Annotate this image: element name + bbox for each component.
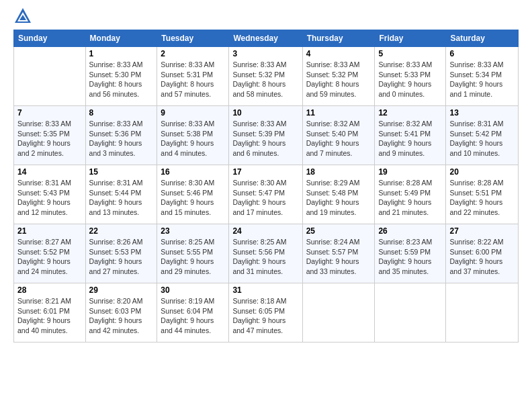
calendar-cell: [375, 283, 446, 342]
day-info: Sunrise: 8:18 AMSunset: 6:05 PMDaylight:…: [232, 296, 298, 336]
day-number: 13: [449, 108, 515, 118]
day-info: Sunrise: 8:33 AMSunset: 5:31 PMDaylight:…: [161, 60, 225, 99]
calendar-cell: 9Sunrise: 8:33 AMSunset: 5:38 PMDaylight…: [157, 106, 229, 165]
header: [13, 7, 519, 26]
day-info: Sunrise: 8:32 AMSunset: 5:40 PMDaylight:…: [306, 119, 371, 158]
day-number: 16: [161, 167, 225, 177]
day-info: Sunrise: 8:29 AMSunset: 5:48 PMDaylight:…: [306, 178, 371, 218]
day-number: 6: [449, 49, 515, 58]
calendar-cell: 2Sunrise: 8:33 AMSunset: 5:31 PMDaylight…: [157, 47, 229, 106]
day-info: Sunrise: 8:30 AMSunset: 5:47 PMDaylight:…: [232, 178, 298, 218]
calendar-cell: 13Sunrise: 8:31 AMSunset: 5:42 PMDayligh…: [446, 106, 519, 165]
day-info: Sunrise: 8:28 AMSunset: 5:49 PMDaylight:…: [378, 178, 442, 218]
day-info: Sunrise: 8:25 AMSunset: 5:55 PMDaylight:…: [161, 237, 225, 277]
calendar-cell: 3Sunrise: 8:33 AMSunset: 5:32 PMDaylight…: [229, 47, 302, 106]
day-info: Sunrise: 8:31 AMSunset: 5:42 PMDaylight:…: [449, 119, 515, 158]
weekday-header-sunday: Sunday: [14, 30, 86, 47]
page: SundayMondayTuesdayWednesdayThursdayFrid…: [0, 0, 532, 411]
calendar-cell: 7Sunrise: 8:33 AMSunset: 5:35 PMDaylight…: [14, 106, 86, 165]
weekday-header-wednesday: Wednesday: [229, 30, 302, 47]
calendar-cell: 20Sunrise: 8:28 AMSunset: 5:51 PMDayligh…: [446, 165, 519, 224]
day-number: 28: [17, 285, 82, 295]
calendar-cell: 16Sunrise: 8:30 AMSunset: 5:46 PMDayligh…: [157, 165, 229, 224]
day-info: Sunrise: 8:33 AMSunset: 5:32 PMDaylight:…: [232, 60, 298, 99]
day-number: 20: [449, 167, 515, 177]
calendar-cell: 28Sunrise: 8:21 AMSunset: 6:01 PMDayligh…: [14, 283, 86, 342]
day-info: Sunrise: 8:30 AMSunset: 5:46 PMDaylight:…: [161, 178, 225, 218]
calendar-cell: 19Sunrise: 8:28 AMSunset: 5:49 PMDayligh…: [375, 165, 446, 224]
calendar-cell: 10Sunrise: 8:33 AMSunset: 5:39 PMDayligh…: [229, 106, 302, 165]
day-number: 29: [89, 285, 154, 295]
day-number: 8: [89, 108, 154, 118]
calendar-cell: 11Sunrise: 8:32 AMSunset: 5:40 PMDayligh…: [302, 106, 375, 165]
calendar-cell: 15Sunrise: 8:31 AMSunset: 5:44 PMDayligh…: [85, 165, 157, 224]
calendar-cell: 1Sunrise: 8:33 AMSunset: 5:30 PMDaylight…: [85, 47, 157, 106]
day-number: 24: [232, 226, 298, 236]
calendar-cell: [302, 283, 375, 342]
calendar-cell: 27Sunrise: 8:22 AMSunset: 6:00 PMDayligh…: [446, 224, 519, 283]
day-info: Sunrise: 8:28 AMSunset: 5:51 PMDaylight:…: [449, 178, 515, 218]
logo-icon: [13, 7, 32, 26]
day-info: Sunrise: 8:26 AMSunset: 5:53 PMDaylight:…: [89, 237, 154, 277]
day-info: Sunrise: 8:33 AMSunset: 5:38 PMDaylight:…: [161, 119, 225, 158]
day-info: Sunrise: 8:31 AMSunset: 5:43 PMDaylight:…: [17, 178, 82, 218]
weekday-header-row: SundayMondayTuesdayWednesdayThursdayFrid…: [14, 30, 519, 47]
day-number: 10: [232, 108, 298, 118]
week-row-2: 14Sunrise: 8:31 AMSunset: 5:43 PMDayligh…: [14, 165, 519, 224]
logo: [13, 7, 35, 26]
day-number: 15: [89, 167, 154, 177]
day-info: Sunrise: 8:25 AMSunset: 5:56 PMDaylight:…: [232, 237, 298, 277]
day-info: Sunrise: 8:20 AMSunset: 6:03 PMDaylight:…: [89, 296, 154, 336]
day-info: Sunrise: 8:33 AMSunset: 5:32 PMDaylight:…: [306, 60, 371, 99]
day-number: 11: [306, 108, 371, 118]
day-number: 7: [17, 108, 82, 118]
calendar-cell: 17Sunrise: 8:30 AMSunset: 5:47 PMDayligh…: [229, 165, 302, 224]
calendar-cell: 22Sunrise: 8:26 AMSunset: 5:53 PMDayligh…: [85, 224, 157, 283]
day-info: Sunrise: 8:21 AMSunset: 6:01 PMDaylight:…: [17, 296, 82, 336]
day-info: Sunrise: 8:19 AMSunset: 6:04 PMDaylight:…: [161, 296, 225, 336]
week-row-0: 1Sunrise: 8:33 AMSunset: 5:30 PMDaylight…: [14, 47, 519, 106]
calendar-cell: 6Sunrise: 8:33 AMSunset: 5:34 PMDaylight…: [446, 47, 519, 106]
day-info: Sunrise: 8:22 AMSunset: 6:00 PMDaylight:…: [449, 237, 515, 277]
day-info: Sunrise: 8:33 AMSunset: 5:36 PMDaylight:…: [89, 119, 154, 158]
calendar-cell: 31Sunrise: 8:18 AMSunset: 6:05 PMDayligh…: [229, 283, 302, 342]
day-number: 22: [89, 226, 154, 236]
week-row-3: 21Sunrise: 8:27 AMSunset: 5:52 PMDayligh…: [14, 224, 519, 283]
calendar-cell: 29Sunrise: 8:20 AMSunset: 6:03 PMDayligh…: [85, 283, 157, 342]
day-number: 21: [17, 226, 82, 236]
day-number: 17: [232, 167, 298, 177]
calendar-cell: 18Sunrise: 8:29 AMSunset: 5:48 PMDayligh…: [302, 165, 375, 224]
day-info: Sunrise: 8:33 AMSunset: 5:39 PMDaylight:…: [232, 119, 298, 158]
day-info: Sunrise: 8:24 AMSunset: 5:57 PMDaylight:…: [306, 237, 371, 277]
day-number: 19: [378, 167, 442, 177]
day-number: 31: [232, 285, 298, 295]
calendar-cell: 23Sunrise: 8:25 AMSunset: 5:55 PMDayligh…: [157, 224, 229, 283]
day-number: 3: [232, 49, 298, 58]
day-number: 2: [161, 49, 225, 58]
calendar-cell: 4Sunrise: 8:33 AMSunset: 5:32 PMDaylight…: [302, 47, 375, 106]
weekday-header-thursday: Thursday: [302, 30, 375, 47]
day-info: Sunrise: 8:27 AMSunset: 5:52 PMDaylight:…: [17, 237, 82, 277]
week-row-1: 7Sunrise: 8:33 AMSunset: 5:35 PMDaylight…: [14, 106, 519, 165]
day-info: Sunrise: 8:32 AMSunset: 5:41 PMDaylight:…: [378, 119, 442, 158]
day-number: 27: [449, 226, 515, 236]
day-number: 12: [378, 108, 442, 118]
calendar-cell: 12Sunrise: 8:32 AMSunset: 5:41 PMDayligh…: [375, 106, 446, 165]
day-number: 14: [17, 167, 82, 177]
day-info: Sunrise: 8:23 AMSunset: 5:59 PMDaylight:…: [378, 237, 442, 277]
day-info: Sunrise: 8:33 AMSunset: 5:30 PMDaylight:…: [89, 60, 154, 99]
weekday-header-monday: Monday: [85, 30, 157, 47]
day-number: 18: [306, 167, 371, 177]
calendar-cell: 8Sunrise: 8:33 AMSunset: 5:36 PMDaylight…: [85, 106, 157, 165]
weekday-header-friday: Friday: [375, 30, 446, 47]
day-number: 9: [161, 108, 225, 118]
day-number: 25: [306, 226, 371, 236]
calendar-cell: 30Sunrise: 8:19 AMSunset: 6:04 PMDayligh…: [157, 283, 229, 342]
calendar-table: SundayMondayTuesdayWednesdayThursdayFrid…: [13, 30, 519, 342]
calendar-cell: 21Sunrise: 8:27 AMSunset: 5:52 PMDayligh…: [14, 224, 86, 283]
calendar-cell: 24Sunrise: 8:25 AMSunset: 5:56 PMDayligh…: [229, 224, 302, 283]
day-info: Sunrise: 8:33 AMSunset: 5:35 PMDaylight:…: [17, 119, 82, 158]
day-info: Sunrise: 8:31 AMSunset: 5:44 PMDaylight:…: [89, 178, 154, 218]
calendar-cell: [14, 47, 86, 106]
calendar-cell: 25Sunrise: 8:24 AMSunset: 5:57 PMDayligh…: [302, 224, 375, 283]
